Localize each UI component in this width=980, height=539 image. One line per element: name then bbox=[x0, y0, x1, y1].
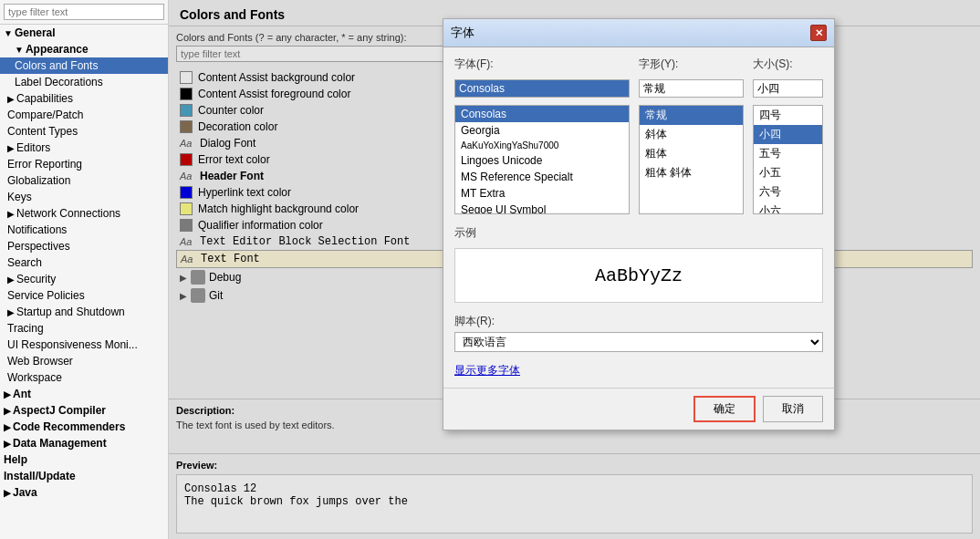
sidebar-item-perspectives[interactable]: Perspectives bbox=[0, 238, 168, 254]
listbox-item[interactable]: Segoe UI Symbol bbox=[455, 202, 629, 214]
listbox-item[interactable]: 五号 bbox=[754, 144, 822, 163]
dialog-body: 字体(F): 字形(Y): 大小(S): bbox=[443, 47, 834, 388]
sidebar-label: Service Policies bbox=[7, 289, 85, 302]
sidebar-label: Notifications bbox=[7, 223, 67, 236]
expand-icon: ▶ bbox=[4, 389, 11, 399]
expand-icon: ▶ bbox=[7, 209, 15, 219]
dialog-style-col: 字形(Y): bbox=[639, 57, 744, 72]
sidebar-item-aspectj[interactable]: ▶AspectJ Compiler bbox=[0, 402, 168, 419]
sidebar-item-label-decorations[interactable]: Label Decorations bbox=[0, 74, 168, 90]
script-select[interactable]: 西欧语言 bbox=[454, 332, 823, 352]
sidebar-item-keys[interactable]: Keys bbox=[0, 189, 168, 205]
sidebar-item-tracing[interactable]: Tracing bbox=[0, 320, 168, 337]
listbox-item[interactable]: 小四 bbox=[754, 125, 822, 144]
sidebar-label: Content Types bbox=[7, 125, 78, 138]
dialog-font-list-col: Consolas Georgia AaKuYoXingYaShu7000 Lin… bbox=[454, 105, 630, 214]
sidebar-item-search[interactable]: Search bbox=[0, 254, 168, 271]
expand-icon: ▶ bbox=[7, 307, 15, 317]
sidebar-item-compare-patch[interactable]: Compare/Patch bbox=[0, 107, 168, 123]
expand-icon: ▶ bbox=[4, 439, 11, 449]
font-input[interactable] bbox=[454, 79, 630, 98]
main-content: Colors and Fonts Colors and Fonts (? = a… bbox=[169, 0, 980, 539]
sidebar-item-startup-shutdown[interactable]: ▶Startup and Shutdown bbox=[0, 304, 168, 320]
expand-icon: ▶ bbox=[7, 275, 15, 285]
style-input[interactable] bbox=[639, 79, 744, 98]
dialog-ok-button[interactable]: 确定 bbox=[693, 396, 756, 422]
dialog-close-button[interactable]: ✕ bbox=[810, 25, 827, 41]
sidebar-item-capabilities[interactable]: ▶Capabilities bbox=[0, 90, 168, 107]
sidebar-label: Perspectives bbox=[7, 240, 70, 253]
sidebar-item-data-management[interactable]: ▶Data Management bbox=[0, 435, 168, 451]
dialog-buttons: 确定 取消 bbox=[443, 388, 834, 430]
dialog-style-list-col: 常规 斜体 粗体 粗体 斜体 bbox=[639, 105, 744, 214]
sidebar-label: Code Recommenders bbox=[13, 420, 125, 433]
listbox-item[interactable]: 常规 bbox=[640, 106, 743, 125]
listbox-item[interactable]: Georgia bbox=[455, 122, 629, 139]
dialog-labels-row: 字体(F): 字形(Y): 大小(S): bbox=[454, 57, 823, 72]
expand-icon: ▶ bbox=[4, 406, 11, 416]
listbox-item[interactable]: 六号 bbox=[754, 182, 822, 202]
expand-icon: ▶ bbox=[7, 143, 15, 153]
dialog-font-input-col bbox=[454, 79, 630, 98]
sidebar-label: Web Browser bbox=[7, 355, 73, 368]
listbox-item[interactable]: 小六 bbox=[754, 202, 822, 214]
sidebar-item-globalization[interactable]: Globalization bbox=[0, 172, 168, 189]
expand-icon: ▶ bbox=[4, 422, 11, 432]
dialog-cancel-button[interactable]: 取消 bbox=[763, 396, 823, 422]
dialog-font-col: 字体(F): bbox=[454, 57, 630, 72]
listbox-item[interactable]: 四号 bbox=[754, 106, 822, 125]
listbox-item[interactable]: 小五 bbox=[754, 163, 822, 182]
dialog-overlay: 字体 ✕ 字体(F): 字形(Y): 大小(S): bbox=[169, 0, 980, 539]
listbox-item[interactable]: MT Extra bbox=[455, 185, 629, 202]
font-listbox[interactable]: Consolas Georgia AaKuYoXingYaShu7000 Lin… bbox=[454, 105, 630, 214]
sidebar-item-security[interactable]: ▶Security bbox=[0, 271, 168, 287]
size-input[interactable] bbox=[753, 79, 823, 98]
sidebar-label: Startup and Shutdown bbox=[16, 306, 125, 318]
listbox-item[interactable]: 粗体 斜体 bbox=[640, 163, 743, 182]
sidebar-label-colors-fonts: Colors and Fonts bbox=[15, 59, 98, 72]
more-fonts-link[interactable]: 显示更多字体 bbox=[454, 363, 823, 378]
size-listbox[interactable]: 四号 小四 五号 小五 六号 小六 七号 bbox=[753, 105, 823, 214]
sidebar-item-code-recommenders[interactable]: ▶Code Recommenders bbox=[0, 419, 168, 435]
sidebar-label: UI Responsiveness Moni... bbox=[7, 338, 138, 351]
sidebar-item-web-browser[interactable]: Web Browser bbox=[0, 353, 168, 369]
sidebar-label: Compare/Patch bbox=[7, 109, 83, 121]
dialog-title-bar: 字体 ✕ bbox=[443, 19, 834, 47]
listbox-item[interactable]: Lingoes Unicode bbox=[455, 152, 629, 169]
sidebar-filter-input[interactable] bbox=[4, 4, 164, 20]
listbox-item[interactable]: MS Reference Specialt bbox=[455, 169, 629, 185]
sidebar-label: Label Decorations bbox=[15, 76, 103, 88]
listbox-item[interactable]: AaKuYoXingYaShu7000 bbox=[455, 139, 629, 152]
sidebar-item-workspace[interactable]: Workspace bbox=[0, 369, 168, 386]
listbox-item[interactable]: Consolas bbox=[455, 106, 629, 122]
expand-icon: ▼ bbox=[4, 28, 13, 38]
listbox-item[interactable]: 粗体 bbox=[640, 144, 743, 163]
sidebar-label: Workspace bbox=[7, 371, 62, 384]
sidebar-item-install-update[interactable]: Install/Update bbox=[0, 468, 168, 484]
dialog-preview-text: AaBbYyZz bbox=[595, 265, 683, 286]
sidebar-item-service-policies[interactable]: Service Policies bbox=[0, 287, 168, 304]
sidebar-item-general[interactable]: ▼General bbox=[0, 25, 168, 41]
sidebar-item-notifications[interactable]: Notifications bbox=[0, 222, 168, 238]
sidebar-label: Search bbox=[7, 256, 42, 269]
expand-icon: ▼ bbox=[15, 45, 24, 55]
sidebar-item-colors-fonts[interactable]: Colors and Fonts bbox=[0, 57, 168, 74]
sidebar-item-appearance[interactable]: ▼Appearance bbox=[0, 41, 168, 57]
size-label: 大小(S): bbox=[753, 57, 823, 72]
sidebar-item-ui-responsiveness[interactable]: UI Responsiveness Moni... bbox=[0, 337, 168, 353]
sidebar-item-editors[interactable]: ▶Editors bbox=[0, 140, 168, 156]
sidebar-item-network-connections[interactable]: ▶Network Connections bbox=[0, 205, 168, 222]
sidebar-item-error-reporting[interactable]: Error Reporting bbox=[0, 156, 168, 172]
sidebar-label: Help bbox=[4, 453, 27, 466]
style-listbox[interactable]: 常规 斜体 粗体 粗体 斜体 bbox=[639, 105, 744, 214]
sidebar-item-ant[interactable]: ▶Ant bbox=[0, 386, 168, 402]
preview-section-label: 示例 bbox=[454, 225, 823, 241]
sidebar-item-content-types[interactable]: Content Types bbox=[0, 123, 168, 140]
sidebar-item-java[interactable]: ▶Java bbox=[0, 484, 168, 501]
sidebar-item-help[interactable]: Help bbox=[0, 451, 168, 468]
sidebar-label: Java bbox=[13, 486, 37, 499]
sidebar-label: Error Reporting bbox=[7, 158, 82, 171]
sidebar-label: Capabilities bbox=[16, 92, 73, 105]
sidebar-label: Globalization bbox=[7, 174, 70, 187]
listbox-item[interactable]: 斜体 bbox=[640, 125, 743, 144]
